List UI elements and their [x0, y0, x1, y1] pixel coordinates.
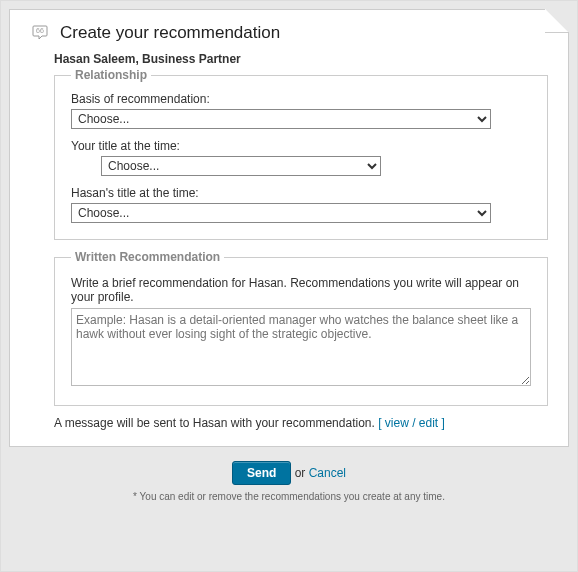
cancel-link[interactable]: Cancel	[309, 466, 346, 480]
recommendation-icon: 66	[30, 22, 52, 44]
bracket-close: ]	[438, 416, 445, 430]
your-title-select[interactable]: Choose...	[101, 156, 381, 176]
written-legend: Written Recommendation	[71, 250, 224, 264]
recommendation-card: 66 Create your recommendation Hasan Sale…	[9, 9, 569, 447]
your-title-field: Your title at the time: Choose...	[71, 139, 531, 176]
their-title-field: Hasan's title at the time: Choose...	[71, 186, 531, 223]
svg-text:66: 66	[36, 27, 44, 34]
send-button[interactable]: Send	[232, 461, 291, 485]
card-header: 66 Create your recommendation	[30, 22, 548, 44]
view-edit-link[interactable]: view / edit	[385, 416, 438, 430]
message-notice-text: A message will be sent to Hasan with you…	[54, 416, 378, 430]
footnote-text: * You can edit or remove the recommendat…	[9, 491, 569, 502]
message-notice: A message will be sent to Hasan with you…	[54, 416, 548, 430]
subject-name: Hasan Saleem, Business Partner	[54, 52, 548, 66]
folded-corner-decoration	[545, 9, 569, 33]
page-container: 66 Create your recommendation Hasan Sale…	[0, 0, 578, 572]
basis-select[interactable]: Choose...	[71, 109, 491, 129]
written-fieldset: Written Recommendation Write a brief rec…	[54, 250, 548, 406]
recommendation-textarea[interactable]	[71, 308, 531, 386]
their-title-label: Hasan's title at the time:	[71, 186, 531, 200]
page-title: Create your recommendation	[60, 23, 280, 43]
or-text: or	[295, 466, 309, 480]
action-row: Send or Cancel	[9, 461, 569, 485]
relationship-legend: Relationship	[71, 68, 151, 82]
basis-label: Basis of recommendation:	[71, 92, 531, 106]
basis-field: Basis of recommendation: Choose...	[71, 92, 531, 129]
relationship-fieldset: Relationship Basis of recommendation: Ch…	[54, 68, 548, 240]
their-title-select[interactable]: Choose...	[71, 203, 491, 223]
written-help-text: Write a brief recommendation for Hasan. …	[71, 276, 531, 304]
bracket-open: [	[378, 416, 385, 430]
your-title-label: Your title at the time:	[71, 139, 531, 153]
